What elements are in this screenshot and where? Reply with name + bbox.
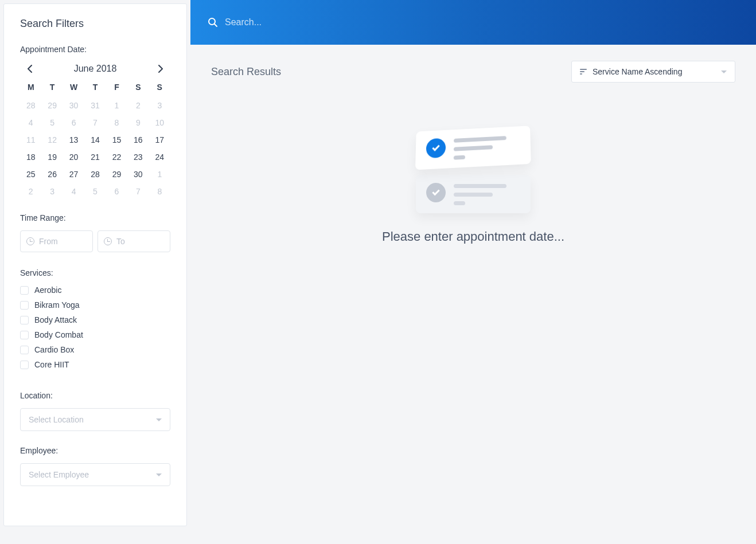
service-item[interactable]: Core HIIT xyxy=(20,360,170,369)
sort-icon xyxy=(580,69,587,75)
calendar-day: 8 xyxy=(149,186,170,197)
calendar-dow: W xyxy=(63,83,84,94)
calendar-day[interactable]: 30 xyxy=(127,169,149,180)
calendar-dow: T xyxy=(84,83,106,94)
calendar-day[interactable]: 28 xyxy=(84,169,106,180)
calendar-day: 3 xyxy=(149,100,170,111)
calendar-dow: S xyxy=(149,83,170,94)
service-item[interactable]: Body Attack xyxy=(20,315,170,324)
empty-state: Please enter appointment date... xyxy=(211,128,735,244)
checkbox xyxy=(20,331,29,339)
service-label: Aerobic xyxy=(34,285,61,295)
chevron-left-icon xyxy=(27,65,32,73)
calendar-day: 9 xyxy=(127,117,149,128)
calendar-day: 3 xyxy=(41,186,63,197)
chevron-down-icon xyxy=(156,418,162,421)
sort-select[interactable]: Service Name Ascending xyxy=(571,61,735,83)
calendar-day[interactable]: 21 xyxy=(84,151,106,163)
checkbox xyxy=(20,361,29,369)
calendar-prev-button[interactable] xyxy=(22,62,36,76)
checkbox xyxy=(20,346,29,354)
calendar-day[interactable]: 26 xyxy=(41,169,63,180)
service-item[interactable]: Aerobic xyxy=(20,285,170,295)
calendar-day: 6 xyxy=(63,117,84,128)
location-select[interactable]: Select Location xyxy=(20,408,170,431)
calendar-day[interactable]: 22 xyxy=(106,151,127,163)
clock-icon xyxy=(104,237,112,245)
results-area: Search Results Service Name Ascending xyxy=(190,45,756,260)
illust-card xyxy=(415,126,531,170)
calendar-day: 1 xyxy=(149,169,170,180)
results-title: Search Results xyxy=(211,66,281,78)
calendar-day: 1 xyxy=(106,100,127,111)
clock-icon xyxy=(26,237,34,245)
illust-lines xyxy=(454,183,520,205)
calendar-day: 7 xyxy=(127,186,149,197)
calendar-dow: T xyxy=(41,83,63,94)
search-icon xyxy=(208,17,218,28)
service-label: Core HIIT xyxy=(34,360,69,369)
calendar-day: 4 xyxy=(63,186,84,197)
checkbox xyxy=(20,301,29,310)
sidebar-title: Search Filters xyxy=(20,18,170,30)
calendar-day: 2 xyxy=(127,100,149,111)
calendar-day[interactable]: 17 xyxy=(149,134,170,146)
time-from-input[interactable]: From xyxy=(20,230,93,252)
calendar-day[interactable]: 16 xyxy=(127,134,149,146)
calendar-day[interactable]: 29 xyxy=(106,169,127,180)
results-header: Search Results Service Name Ascending xyxy=(211,61,735,83)
main-area: Search Results Service Name Ascending xyxy=(190,0,756,544)
calendar-day[interactable]: 13 xyxy=(63,134,84,146)
services-list: AerobicBikram YogaBody AttackBody Combat… xyxy=(20,285,170,375)
empty-state-text: Please enter appointment date... xyxy=(382,229,564,244)
calendar-day: 12 xyxy=(41,134,63,146)
calendar-day: 6 xyxy=(106,186,127,197)
location-label: Location: xyxy=(20,391,170,400)
calendar-day[interactable]: 18 xyxy=(20,151,41,163)
filters-sidebar: Search Filters Appointment Date: June 20… xyxy=(3,3,187,526)
calendar-day[interactable]: 25 xyxy=(20,169,41,180)
time-from-placeholder: From xyxy=(39,237,58,246)
location-placeholder: Select Location xyxy=(29,415,84,424)
calendar-day: 2 xyxy=(20,186,41,197)
calendar-day: 7 xyxy=(84,117,106,128)
calendar-day[interactable]: 20 xyxy=(63,151,84,163)
illust-card xyxy=(416,175,531,213)
check-circle-icon xyxy=(426,183,446,202)
calendar-day: 11 xyxy=(20,134,41,146)
calendar-day: 5 xyxy=(41,117,63,128)
calendar-day: 4 xyxy=(20,117,41,128)
empty-state-illustration xyxy=(416,128,531,213)
calendar-day: 30 xyxy=(63,100,84,111)
calendar-day: 31 xyxy=(84,100,106,111)
service-item[interactable]: Body Combat xyxy=(20,330,170,339)
calendar-day: 5 xyxy=(84,186,106,197)
calendar-day[interactable]: 19 xyxy=(41,151,63,163)
service-label: Cardio Box xyxy=(34,345,74,354)
time-range-label: Time Range: xyxy=(20,213,170,222)
calendar-day[interactable]: 27 xyxy=(63,169,84,180)
appointment-date-label: Appointment Date: xyxy=(20,45,170,54)
checkbox xyxy=(20,286,29,295)
service-item[interactable]: Cardio Box xyxy=(20,345,170,354)
sort-label: Service Name Ascending xyxy=(593,67,715,76)
calendar-grid: MTWTFSS282930311234567891011121314151617… xyxy=(20,83,170,197)
calendar-dow: S xyxy=(127,83,149,94)
time-range-row: From To xyxy=(20,230,170,252)
chevron-down-icon xyxy=(156,473,162,476)
search-bar xyxy=(190,0,756,45)
calendar-day[interactable]: 14 xyxy=(84,134,106,146)
service-item[interactable]: Bikram Yoga xyxy=(20,300,170,310)
calendar-dow: F xyxy=(106,83,127,94)
time-to-input[interactable]: To xyxy=(98,230,170,252)
calendar-day[interactable]: 24 xyxy=(149,151,170,163)
employee-placeholder: Select Employee xyxy=(29,470,89,479)
calendar-dow: M xyxy=(20,83,41,94)
search-input[interactable] xyxy=(225,17,739,28)
calendar-day[interactable]: 15 xyxy=(106,134,127,146)
calendar-day: 29 xyxy=(41,100,63,111)
calendar-next-button[interactable] xyxy=(154,62,168,76)
check-circle-icon xyxy=(426,138,446,159)
employee-select[interactable]: Select Employee xyxy=(20,463,170,486)
calendar-day[interactable]: 23 xyxy=(127,151,149,163)
